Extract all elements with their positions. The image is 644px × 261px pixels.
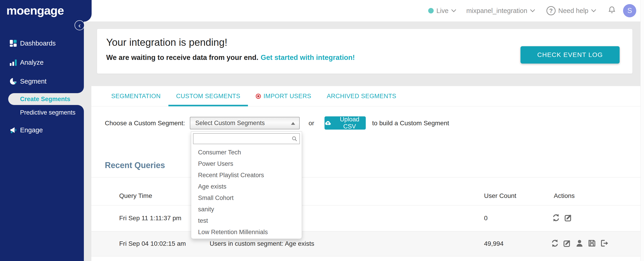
chevron-down-icon <box>530 9 535 12</box>
edit-icon[interactable] <box>564 213 573 222</box>
banner-message: We are waiting to receive data from your… <box>106 53 355 62</box>
moengage-app: Live mixpanel_integration ? Need help S <box>0 0 644 261</box>
moengage-logo: moengage <box>6 4 64 17</box>
chevron-down-icon <box>591 9 596 12</box>
user-count-cell: 0 <box>484 214 488 223</box>
dropdown-search <box>193 133 300 144</box>
choose-segment-label: Choose a Custom Segment: <box>105 117 185 129</box>
user-avatar[interactable]: S <box>623 4 636 17</box>
pill-corner-decoration <box>78 87 84 93</box>
sidebar-item-segment[interactable]: Segment <box>0 75 84 87</box>
upload-csv-button[interactable]: Upload CSV <box>324 116 366 130</box>
query-time-cell: Fri Sep 04 10:02:15 am <box>119 239 186 248</box>
segments-panel: SEGMENTATION CUSTOM SEGMENTS IMPORT USER… <box>92 86 640 261</box>
tab-segmentation[interactable]: SEGMENTATION <box>104 86 168 106</box>
dropdown-options: Consumer Tech Power Users Recent Playlis… <box>191 147 302 238</box>
query-time-cell: Fri Sep 11 1:11:37 pm <box>119 214 182 223</box>
help-icon: ? <box>546 6 556 15</box>
check-event-log-button[interactable]: CHECK EVENT LOG <box>520 46 620 63</box>
segments-tabs: SEGMENTATION CUSTOM SEGMENTS IMPORT USER… <box>92 86 640 106</box>
sidebar-item-analyze[interactable]: Analyze <box>0 56 84 68</box>
scrollbar[interactable] <box>640 0 644 261</box>
tab-archived-segments[interactable]: ARCHIVED SEGMENTS <box>319 86 404 106</box>
divider <box>92 205 640 206</box>
dashboards-icon <box>9 39 17 47</box>
integration-pending-banner: Your integration is pending! We are wait… <box>97 29 632 74</box>
environment-label: Live <box>436 7 448 14</box>
sidebar-item-label: Create Segments <box>20 96 70 103</box>
upload-csv-label: Upload CSV <box>334 116 366 130</box>
query-cell: Users in custom segment: Age exists <box>210 239 314 248</box>
custom-segment-select[interactable]: Select Custom Segments <box>190 117 300 129</box>
live-status-dot-icon <box>428 8 434 13</box>
dropdown-option[interactable]: Consumer Tech <box>191 147 302 158</box>
chevron-left-icon: ‹ <box>78 21 81 29</box>
topbar: Live mixpanel_integration ? Need help S <box>84 0 644 22</box>
custom-segments-dropdown: Consumer Tech Power Users Recent Playlis… <box>191 131 302 239</box>
main-content: Your integration is pending! We are wait… <box>84 22 644 261</box>
refresh-icon[interactable] <box>550 239 560 248</box>
sidebar-item-label: Dashboards <box>20 40 56 47</box>
export-icon[interactable] <box>600 239 609 248</box>
dropdown-option[interactable]: sanity <box>191 204 302 215</box>
user-icon[interactable] <box>575 239 584 248</box>
bell-icon <box>608 6 616 16</box>
dropdown-option[interactable]: Small Cohort <box>191 192 302 204</box>
sidebar-item-label: Engage <box>20 126 43 134</box>
column-header-user-count: User Count <box>484 191 516 200</box>
sidebar: moengage Dashboards Analyze Segment Crea… <box>0 0 84 261</box>
sidebar-item-label: Analyze <box>20 59 44 66</box>
dropdown-option[interactable]: Power Users <box>191 158 302 169</box>
need-help-dropdown[interactable]: ? Need help <box>546 6 596 15</box>
engage-icon <box>9 126 17 134</box>
tab-label: CUSTOM SEGMENTS <box>176 93 240 100</box>
tab-label: IMPORT USERS <box>264 93 311 100</box>
dropdown-option[interactable]: Low Retention Millennials <box>191 226 302 238</box>
build-segment-text: to build a Custom Segment <box>372 117 449 129</box>
refresh-icon[interactable] <box>552 213 560 222</box>
sidebar-item-dashboards[interactable]: Dashboards <box>0 37 84 49</box>
sidebar-collapse-button[interactable]: ‹ <box>74 20 84 30</box>
cloud-upload-icon <box>324 120 331 126</box>
dropdown-option[interactable]: Recent Playlist Creators <box>191 169 302 181</box>
user-count-cell: 49,994 <box>484 239 504 248</box>
sidebar-item-label: Segment <box>20 78 46 85</box>
sidebar-item-predictive-segments[interactable]: Predictive segments <box>0 107 84 118</box>
environment-dropdown[interactable]: Live <box>428 7 456 14</box>
banner-message-text: We are waiting to receive data from your… <box>106 53 258 61</box>
pill-corner-decoration <box>78 105 84 111</box>
column-header-query-time: Query Time <box>119 191 152 200</box>
column-header-actions: Actions <box>554 191 575 200</box>
tab-label: ARCHIVED SEGMENTS <box>327 93 396 100</box>
select-value: Select Custom Segments <box>195 120 265 127</box>
record-dot-icon <box>256 94 261 99</box>
divider <box>92 177 640 177</box>
chevron-down-icon <box>451 9 456 12</box>
segment-search-input[interactable] <box>193 133 300 144</box>
row-actions <box>550 239 609 248</box>
edit-icon[interactable] <box>563 239 572 248</box>
sidebar-item-engage[interactable]: Engage <box>0 124 84 136</box>
search-icon <box>291 136 298 142</box>
need-help-label: Need help <box>558 7 588 14</box>
dropdown-option[interactable]: Age exists <box>191 181 302 192</box>
tab-custom-segments[interactable]: CUSTOM SEGMENTS <box>168 86 248 106</box>
recent-queries-heading: Recent Queries <box>105 161 165 170</box>
tab-import-users[interactable]: IMPORT USERS <box>248 86 319 106</box>
dropdown-option[interactable]: test <box>191 215 302 226</box>
triangle-up-icon <box>291 122 295 125</box>
save-icon[interactable] <box>587 239 596 248</box>
banner-title: Your integration is pending! <box>106 37 228 48</box>
get-started-link[interactable]: Get started with integration! <box>261 53 355 61</box>
divider <box>92 256 640 257</box>
sidebar-item-create-segments[interactable]: Create Segments <box>0 93 84 105</box>
or-text: or <box>308 117 314 129</box>
sidebar-item-label: Predictive segments <box>20 109 76 116</box>
tab-label: SEGMENTATION <box>111 93 161 100</box>
notifications-button[interactable] <box>608 6 616 16</box>
workspace-dropdown[interactable]: mixpanel_integration <box>466 7 535 14</box>
analyze-icon <box>9 58 17 66</box>
avatar-initial: S <box>627 6 632 15</box>
row-actions <box>552 213 573 222</box>
segment-icon <box>9 77 17 85</box>
